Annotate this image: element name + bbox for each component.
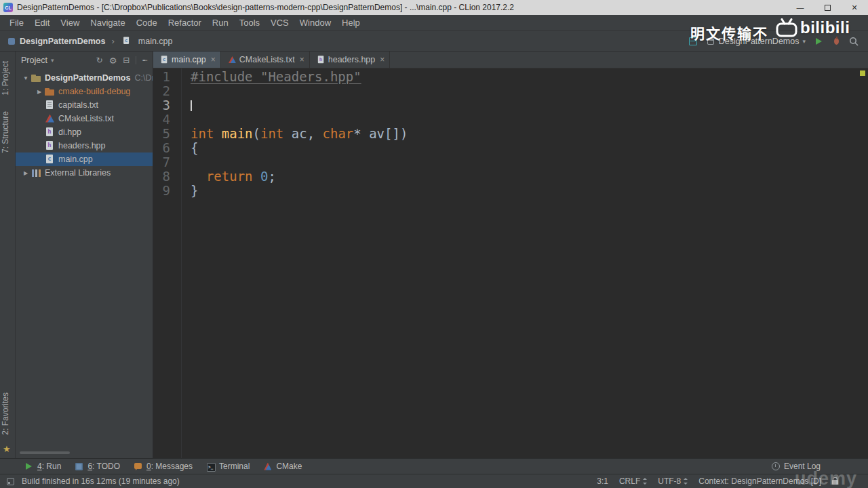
toolwindow-layout-icon[interactable] — [688, 37, 698, 46]
tree-item-capitals-txt[interactable]: capitals.txt — [16, 98, 153, 112]
tree-item-label: capitals.txt — [58, 100, 98, 110]
search-everywhere-button[interactable] — [849, 37, 859, 46]
editor-tab-headers-hpp[interactable]: headers.hpp× — [310, 52, 391, 68]
line-number[interactable]: 8 — [153, 169, 176, 184]
editor-tabs: main.cpp×CMakeLists.txt×headers.hpp× — [153, 52, 868, 68]
stripe-button-favorites[interactable]: 2: Favorites — [1, 392, 14, 435]
menu-window[interactable]: Window — [294, 18, 336, 28]
minimize-button[interactable]: — — [787, 0, 814, 15]
tree-item-cmake-build-debug[interactable]: cmake-build-debug — [16, 85, 153, 98]
breadcrumb-file[interactable]: main.cpp — [138, 37, 173, 46]
tree-item-cmakelists-txt[interactable]: CMakeLists.txt — [16, 112, 153, 125]
stripe-button-project[interactable]: 1: Project — [1, 61, 14, 96]
mnemonic: 0 — [146, 462, 151, 471]
hide-panel-icon[interactable] — [142, 56, 147, 64]
highlighting-level-lock-icon[interactable] — [832, 480, 838, 485]
chevron-right-icon[interactable] — [35, 88, 44, 95]
project-panel-header: Project ▾ — [16, 52, 153, 69]
updown-arrows-icon — [642, 478, 647, 485]
status-message: Build finished in 16s 12ms (19 minutes a… — [22, 476, 180, 486]
line-number[interactable]: 5 — [153, 127, 176, 141]
project-panel-toolbar — [96, 56, 147, 65]
favorites-star-icon[interactable]: ★ — [3, 444, 11, 454]
tree-item-external-libraries[interactable]: External Libraries — [16, 166, 153, 180]
toolwindow-button-label: CMake — [276, 462, 302, 471]
stripe-button-structure[interactable]: 7: Structure — [1, 111, 14, 153]
run-configuration-selector[interactable]: DesignPatternDemos ▾ — [706, 37, 806, 46]
updown-arrows-icon — [683, 478, 688, 485]
refresh-icon[interactable] — [96, 56, 103, 64]
line-number[interactable]: 7 — [153, 155, 176, 169]
line-number[interactable]: 6 — [153, 141, 176, 155]
code-text — [176, 84, 191, 98]
horizontal-scrollbar[interactable] — [20, 451, 70, 454]
collapse-all-icon[interactable] — [123, 56, 130, 64]
toolwindow-button-terminal[interactable]: Terminal — [199, 459, 256, 474]
toolwindow-button-cmake[interactable]: CMake — [256, 459, 309, 474]
app-config-icon — [706, 37, 715, 46]
event-log-button[interactable]: Event Log — [772, 462, 864, 471]
chevron-down-icon: ▾ — [51, 57, 54, 64]
code-token: int — [260, 126, 283, 141]
tab-close-icon[interactable]: × — [211, 55, 216, 64]
line-number[interactable]: 9 — [153, 184, 176, 198]
menu-edit[interactable]: Edit — [29, 18, 55, 28]
menu-help[interactable]: Help — [336, 18, 366, 28]
menu-vcs[interactable]: VCS — [265, 18, 294, 28]
code-token: 0 — [260, 169, 268, 184]
code-token: ( — [253, 126, 260, 141]
menu-file[interactable]: File — [4, 18, 29, 28]
tree-item-designpatterndemos[interactable]: DesignPatternDemosC:\Drop — [16, 71, 153, 85]
tab-close-icon[interactable]: × — [300, 55, 304, 64]
menu-run[interactable]: Run — [207, 18, 234, 28]
project-panel-title[interactable]: Project — [21, 56, 47, 65]
encoding-widget[interactable]: UTF-8 — [658, 476, 688, 486]
tree-item-label: headers.hpp — [58, 141, 106, 150]
context-widget[interactable]: Context: DesignPatternDemos [D] — [698, 476, 821, 486]
menu-tools[interactable]: Tools — [234, 18, 265, 28]
toolwindow-button-6-todo[interactable]: 6: TODO — [68, 459, 127, 474]
toolwindow-button-0-messages[interactable]: 0: Messages — [127, 459, 199, 474]
run-button[interactable] — [814, 37, 823, 46]
code-line: 1#include "Headers.hpp" — [153, 70, 868, 84]
main-area: 1: Project 7: Structure 2: Favorites ★ P… — [0, 52, 868, 458]
tab-close-icon[interactable]: × — [380, 55, 384, 64]
code-editor[interactable]: 1#include "Headers.hpp"2345int main(int … — [153, 68, 868, 458]
close-button[interactable]: ✕ — [841, 0, 868, 15]
text-caret — [191, 100, 192, 111]
chevron-down-icon[interactable] — [21, 75, 31, 81]
menu-view[interactable]: View — [55, 18, 85, 28]
editor-tab-cmakelists-txt[interactable]: CMakeLists.txt× — [221, 52, 310, 68]
line-number[interactable]: 1 — [153, 70, 176, 84]
caret-position-widget[interactable]: 3:1 — [597, 476, 608, 486]
line-number[interactable]: 2 — [153, 84, 176, 98]
folder-icon — [31, 73, 42, 83]
tree-item-main-cpp[interactable]: main.cpp — [16, 152, 153, 166]
file-header-icon — [44, 141, 56, 151]
line-number[interactable]: 4 — [153, 113, 176, 127]
editor-area: main.cpp×CMakeLists.txt×headers.hpp× 1#i… — [153, 52, 868, 458]
libs-icon — [31, 168, 42, 178]
menu-navigate[interactable]: Navigate — [85, 18, 130, 28]
gear-icon[interactable] — [109, 56, 117, 65]
toolwindow-toggle-icon[interactable] — [7, 478, 14, 485]
tree-item-label: CMakeLists.txt — [58, 114, 114, 123]
breadcrumb-project[interactable]: DesignPatternDemos — [20, 37, 105, 46]
editor-tab-main-cpp[interactable]: main.cpp× — [153, 52, 221, 68]
tree-item-headers-hpp[interactable]: headers.hpp — [16, 139, 153, 152]
chevron-right-icon[interactable] — [21, 169, 31, 176]
line-number[interactable]: 3 — [153, 98, 176, 113]
menu-refactor[interactable]: Refactor — [163, 18, 207, 28]
tree-item-label: DesignPatternDemos — [45, 73, 130, 83]
maximize-button[interactable] — [814, 0, 841, 15]
debug-button[interactable] — [831, 37, 841, 46]
menu-code[interactable]: Code — [131, 18, 163, 28]
tree-item-di-hpp[interactable]: di.hpp — [16, 125, 153, 139]
toolwindow-button-4-run[interactable]: 4: Run — [18, 459, 68, 474]
folder-excluded-icon — [44, 87, 56, 97]
project-panel: Project ▾ DesignPatternDemosC:\Dropcmake… — [16, 52, 153, 458]
tree-item-label: di.hpp — [58, 127, 81, 137]
title-bar: CL DesignPatternDemos - [C:\Dropbox\Publ… — [0, 0, 868, 15]
line-separator-widget[interactable]: CRLF — [619, 476, 647, 486]
inspection-marker-icon[interactable] — [860, 70, 865, 76]
